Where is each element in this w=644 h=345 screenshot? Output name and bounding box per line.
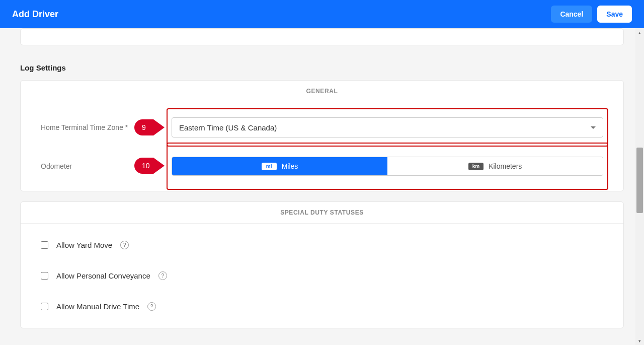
special-duty-header: SPECIAL DUTY STATUSES (21, 202, 623, 224)
scroll-up-arrow-icon[interactable]: ▴ (635, 28, 644, 37)
manual-drive-checkbox[interactable] (41, 303, 48, 310)
previous-card-bottom (20, 28, 624, 45)
help-icon[interactable]: ? (147, 302, 156, 311)
general-card-body: Home Terminal Time Zone * 9 Eastern Time… (21, 102, 623, 191)
scroll-track[interactable] (635, 37, 644, 336)
timezone-row: Home Terminal Time Zone * 9 Eastern Time… (41, 117, 603, 137)
annotation-marker-10: 10 (134, 158, 165, 174)
scroll-thumb[interactable] (636, 148, 643, 213)
manual-drive-row: Allow Manual Drive Time ? (41, 291, 603, 322)
km-label: Kilometers (489, 162, 522, 170)
save-button[interactable]: Save (597, 6, 632, 23)
scroll-down-arrow-icon[interactable]: ▾ (635, 336, 644, 345)
yard-move-label: Allow Yard Move (56, 241, 112, 249)
general-card-header: GENERAL (21, 81, 623, 102)
personal-conveyance-checkbox[interactable] (41, 272, 48, 280)
annotation-marker-9: 9 (134, 119, 165, 135)
cancel-button[interactable]: Cancel (551, 6, 592, 23)
annotation-10-text: 10 (142, 162, 150, 170)
annotation-9-text: 9 (142, 123, 146, 131)
help-icon[interactable]: ? (158, 271, 167, 280)
yard-move-checkbox[interactable] (41, 241, 48, 249)
special-duty-body: Allow Yard Move ? Allow Personal Conveya… (21, 224, 623, 328)
odometer-control-wrap: 10 mi Miles km Kilometers (172, 157, 603, 176)
odometer-row: Odometer 10 mi Miles (41, 157, 603, 176)
km-badge: km (468, 163, 484, 170)
general-card: GENERAL Home Terminal Time Zone * 9 East… (20, 80, 624, 191)
timezone-select[interactable]: Eastern Time (US & Canada) (172, 117, 603, 137)
chevron-down-icon (591, 126, 596, 129)
yard-move-row: Allow Yard Move ? (41, 230, 603, 260)
personal-conveyance-row: Allow Personal Conveyance ? (41, 260, 603, 291)
vertical-scrollbar: ▴ ▾ (635, 28, 644, 345)
header-actions: Cancel Save (551, 6, 632, 23)
miles-badge: mi (262, 163, 277, 170)
odometer-miles-option[interactable]: mi Miles (172, 157, 387, 175)
timezone-control-wrap: 9 Eastern Time (US & Canada) (172, 117, 603, 137)
content-area: Log Settings GENERAL Home Terminal Time … (0, 28, 644, 345)
special-duty-card: SPECIAL DUTY STATUSES Allow Yard Move ? … (20, 201, 624, 328)
odometer-km-option[interactable]: km Kilometers (387, 157, 603, 175)
log-settings-title: Log Settings (20, 63, 624, 72)
header-bar: Add Driver Cancel Save (0, 0, 644, 28)
page-title: Add Driver (12, 9, 58, 20)
timezone-value: Eastern Time (US & Canada) (179, 123, 277, 132)
help-icon[interactable]: ? (120, 241, 129, 249)
miles-label: Miles (282, 162, 298, 170)
personal-conveyance-label: Allow Personal Conveyance (56, 271, 150, 280)
odometer-segmented: mi Miles km Kilometers (172, 157, 603, 176)
manual-drive-label: Allow Manual Drive Time (56, 302, 139, 311)
